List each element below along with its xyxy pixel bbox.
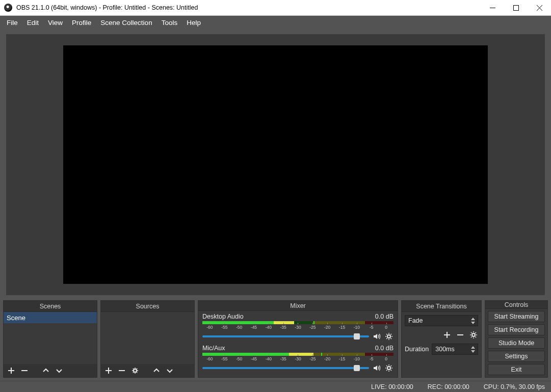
menu-scene-collection[interactable]: Scene Collection: [96, 16, 156, 29]
exit-button[interactable]: Exit: [488, 364, 545, 375]
sources-panel-title: Sources: [101, 301, 194, 312]
window-close-button[interactable]: [528, 0, 551, 15]
menu-help[interactable]: Help: [182, 16, 205, 29]
sources-panel: Sources: [100, 300, 195, 378]
obs-logo-icon: [4, 4, 12, 12]
mixer-channel-level: 0.0 dB: [375, 313, 393, 321]
scene-remove-button[interactable]: [20, 366, 29, 375]
transition-add-button[interactable]: [442, 330, 452, 339]
transition-duration-input[interactable]: 300ms: [432, 344, 478, 355]
scene-move-up-button[interactable]: [41, 366, 50, 375]
scenes-panel: Scenes Scene: [3, 300, 97, 378]
controls-panel-title: Controls: [485, 301, 547, 309]
transitions-panel: Scene Transitions Fade Duration: [401, 300, 482, 378]
status-cpu: CPU: 0.7%, 30.00 fps: [484, 383, 545, 390]
gear-icon[interactable]: [384, 332, 393, 341]
chevron-down-icon[interactable]: [469, 349, 477, 353]
scenes-panel-title: Scenes: [4, 301, 97, 312]
svg-rect-0: [513, 5, 518, 10]
statusbar: LIVE: 00:00:00 REC: 00:00:00 CPU: 0.7%, …: [0, 381, 551, 392]
preview-area: [0, 29, 551, 300]
source-move-up-button[interactable]: [152, 366, 161, 375]
start-recording-button[interactable]: Start Recording: [488, 324, 545, 335]
menu-tools[interactable]: Tools: [157, 16, 182, 29]
transition-duration-label: Duration: [405, 346, 429, 353]
transition-select[interactable]: Fade: [405, 315, 478, 326]
chevron-down-icon: [469, 321, 477, 325]
menu-view[interactable]: View: [43, 16, 67, 29]
window-title: OBS 21.1.0 (64bit, windows) - Profile: U…: [16, 4, 481, 11]
mixer-volume-slider[interactable]: [202, 367, 369, 369]
mixer-volume-slider[interactable]: [202, 335, 369, 337]
window-titlebar: OBS 21.1.0 (64bit, windows) - Profile: U…: [0, 0, 551, 16]
chevron-up-icon[interactable]: [469, 345, 477, 349]
source-add-button[interactable]: [104, 366, 113, 375]
window-maximize-button[interactable]: [504, 0, 528, 15]
menu-edit[interactable]: Edit: [22, 16, 43, 29]
gear-icon[interactable]: [384, 363, 393, 373]
scene-list-item[interactable]: Scene: [4, 312, 97, 323]
mixer-panel: Mixer Desktop Audio 0.0 dB -60-55-50-45-…: [198, 300, 398, 378]
mixer-channel: Mic/Aux 0.0 dB -60-55-50-45-40-35-30-25-…: [202, 345, 393, 373]
mixer-panel-title: Mixer: [198, 301, 398, 311]
mixer-channel-name: Desktop Audio: [202, 313, 244, 321]
window-minimize-button[interactable]: [481, 0, 504, 15]
speaker-icon[interactable]: [372, 363, 381, 373]
mixer-channel: Desktop Audio 0.0 dB -60-55-50-45-40-35-…: [202, 313, 393, 342]
mixer-scale: -60-55-50-45-40-35-30-25-20-15-10-50: [202, 325, 393, 329]
svg-point-4: [472, 333, 475, 336]
studio-mode-button[interactable]: Studio Mode: [488, 337, 545, 349]
source-remove-button[interactable]: [117, 366, 126, 375]
controls-panel: Controls Start Streaming Start Recording…: [485, 300, 548, 378]
start-streaming-button[interactable]: Start Streaming: [488, 311, 545, 322]
transition-remove-button[interactable]: [456, 330, 465, 339]
status-rec: REC: 00:00:00: [428, 383, 469, 390]
preview-canvas[interactable]: [63, 45, 488, 284]
source-move-down-button[interactable]: [165, 366, 174, 375]
mixer-scale: -60-55-50-45-40-35-30-25-20-15-10-50: [202, 356, 393, 361]
settings-button[interactable]: Settings: [488, 351, 545, 362]
menubar: File Edit View Profile Scene Collection …: [0, 16, 551, 29]
status-live: LIVE: 00:00:00: [371, 383, 413, 390]
scene-move-down-button[interactable]: [55, 366, 64, 375]
chevron-up-icon: [469, 317, 477, 321]
mixer-channel-level: 0.0 dB: [375, 345, 393, 353]
transition-properties-button[interactable]: [469, 330, 478, 339]
menu-profile[interactable]: Profile: [67, 16, 96, 29]
mixer-channel-name: Mic/Aux: [202, 345, 225, 353]
source-properties-button[interactable]: [130, 366, 140, 375]
svg-point-2: [387, 335, 390, 338]
scene-add-button[interactable]: [7, 366, 16, 375]
transitions-panel-title: Scene Transitions: [402, 301, 481, 312]
svg-point-3: [387, 367, 390, 370]
menu-file[interactable]: File: [2, 16, 22, 29]
sources-list[interactable]: [101, 312, 194, 364]
speaker-icon[interactable]: [372, 332, 381, 341]
svg-point-1: [134, 369, 137, 372]
